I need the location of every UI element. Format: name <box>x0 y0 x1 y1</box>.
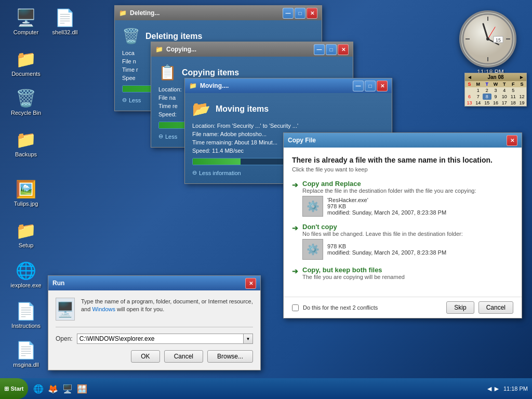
copyfile-subtitle: Click the file you want to keep <box>292 166 513 172</box>
moving-minimize-btn[interactable]: — <box>353 81 364 91</box>
taskbar-quick-launch: 🌐 🦊 🖥️ 🪟 <box>28 382 92 395</box>
calendar-next[interactable]: ► <box>519 74 524 80</box>
backups-label: Backups <box>15 151 37 157</box>
moving-window-controls[interactable]: — □ ✕ <box>353 81 388 91</box>
documents-label: Documents <box>11 71 41 77</box>
tulips-icon: 🖼️ <box>16 179 36 200</box>
run-dialog: Run ✕ 🖥️ Type the name of a program, fol… <box>48 275 261 370</box>
desktop-icon-shell32[interactable]: 📄 shell32.dll <box>44 5 86 37</box>
copyfile-cancel-btn[interactable]: Cancel <box>478 301 513 314</box>
copyfile-titlebar[interactable]: Copy File ✕ <box>284 133 522 148</box>
start-button[interactable]: ⊞ Start <box>0 378 28 399</box>
taskbar-ie-icon[interactable]: 🌐 <box>32 382 45 395</box>
copying-window-controls[interactable]: — □ ✕ <box>314 44 349 55</box>
taskbar-firefox-icon[interactable]: 🦊 <box>47 382 59 395</box>
deleting-window-controls[interactable]: — □ ✕ <box>283 8 317 19</box>
copyfile-heading: There is already a file with the same na… <box>292 156 513 164</box>
run-titlebar[interactable]: Run ✕ <box>48 276 260 290</box>
copying-maximize-btn[interactable]: □ <box>326 44 337 55</box>
desktop-icon-setup[interactable]: 📁 Setup <box>5 218 47 250</box>
taskbar-explorer-icon[interactable]: 🖥️ <box>61 382 74 395</box>
run-open-row: Open: ▼ <box>56 334 253 344</box>
taskbar-right: ◄► 11:18 PM <box>486 384 532 393</box>
moving-folder-anim-icon: 📂 <box>192 100 210 117</box>
calendar-prev[interactable]: ◄ <box>467 74 472 80</box>
run-input[interactable] <box>77 334 243 343</box>
recycle-bin-icon: 🗑️ <box>16 88 36 109</box>
option-replace-file-details: 'ResHacker.exe' 978 KB modified: Sunday,… <box>327 197 446 216</box>
moving-location: Location: From 'Security ...' to 'Securi… <box>192 123 384 129</box>
option-replace-title: Copy and Replace <box>302 180 476 188</box>
copyfile-skip-btn[interactable]: Skip <box>446 301 474 314</box>
copyfile-window-controls[interactable]: ✕ <box>507 135 517 146</box>
run-close-btn[interactable]: ✕ <box>245 278 256 289</box>
option-replace-desc: Replace the file in the destination fold… <box>302 188 476 194</box>
run-buttons: OK Cancel Browse... <box>56 350 253 363</box>
setup-label: Setup <box>19 242 34 248</box>
option-keepboth-title: Copy, but keep both files <box>302 266 405 274</box>
option-dontcopy-arrow: ➔ <box>292 224 298 232</box>
run-input-container[interactable]: ▼ <box>77 334 253 344</box>
copying-close-btn[interactable]: ✕ <box>338 44 349 55</box>
copyfile-conflicts-checkbox[interactable] <box>292 304 299 311</box>
run-browse-btn[interactable]: Browse... <box>207 350 253 363</box>
option-replace-arrow: ➔ <box>292 181 298 189</box>
copying-folder-icon: 📁 <box>155 46 163 53</box>
copying-minimize-btn[interactable]: — <box>314 44 325 55</box>
calendar-widget[interactable]: ◄ Jan 08 ► SMTWTFS 12345 6789101112 1314… <box>464 73 527 107</box>
iexplore-icon: 🌐 <box>16 260 36 281</box>
desktop-icon-backups[interactable]: 📁 Backups <box>5 127 47 159</box>
copyfile-option-replace[interactable]: ➔ Copy and Replace Replace the file in t… <box>292 180 513 217</box>
moving-title: Moving.... <box>200 82 229 89</box>
instructions-icon: 📄 <box>16 301 36 322</box>
computer-icon: 🖥️ <box>16 7 36 28</box>
msgina-icon: 📄 <box>16 340 36 361</box>
option-replace-file-info: ⚙️ 'ResHacker.exe' 978 KB modified: Sund… <box>302 196 476 217</box>
copyfile-body: There is already a file with the same na… <box>284 148 522 297</box>
deleting-close-btn[interactable]: ✕ <box>307 8 317 19</box>
moving-titlebar[interactable]: 📁 Moving.... — □ ✕ <box>185 78 392 93</box>
calendar-header: ◄ Jan 08 ► <box>465 73 526 81</box>
calendar-days-header: SMTWTFS <box>465 81 526 87</box>
taskbar-nav-icon: ◄► <box>486 384 500 393</box>
desktop-icon-iexplore[interactable]: 🌐 iexplore.exe <box>5 258 47 290</box>
run-icon: 🖥️ <box>56 298 75 321</box>
run-dropdown-btn[interactable]: ▼ <box>243 334 252 343</box>
desktop-icon-recycle-bin[interactable]: 🗑️ Recycle Bin <box>5 86 47 118</box>
moving-folder-icon: 📁 <box>189 82 197 89</box>
deleting-folder-icon: 📁 <box>119 9 127 17</box>
copyfile-option-dontcopy[interactable]: ➔ Don't copy No files will be changed. L… <box>292 223 513 260</box>
desktop-icon-computer[interactable]: 🖥️ Computer <box>5 5 47 37</box>
desktop-icon-tulips[interactable]: 🖼️ Tulips.jpg <box>5 177 47 209</box>
run-body: 🖥️ Type the name of a program, folder, d… <box>48 290 260 370</box>
copyfile-title-label: Copy File <box>288 137 316 144</box>
copying-titlebar[interactable]: 📁 Copying... — □ ✕ <box>151 42 353 57</box>
copyfile-close-btn[interactable]: ✕ <box>507 135 517 146</box>
copying-folder-anim-icon: 📋 <box>158 64 177 81</box>
run-window-controls[interactable]: ✕ <box>245 278 256 289</box>
option-dontcopy-file-info: ⚙️ 978 KB modified: Sunday, March 24, 20… <box>302 239 463 260</box>
option-keepboth-content: Copy, but keep both files The file you a… <box>302 266 405 282</box>
deleting-maximize-btn[interactable]: □ <box>295 8 305 19</box>
taskbar-media-icon[interactable]: 🪟 <box>76 382 88 395</box>
copyfile-option-keepboth[interactable]: ➔ Copy, but keep both files The file you… <box>292 266 513 282</box>
copyfile-conflicts-label: Do this for the next 2 conflicts <box>303 304 442 311</box>
backups-icon: 📁 <box>16 129 36 150</box>
computer-label: Computer <box>14 29 38 35</box>
run-header: 🖥️ Type the name of a program, folder, d… <box>56 298 253 321</box>
moving-close-btn[interactable]: ✕ <box>377 81 388 91</box>
moving-maximize-btn[interactable]: □ <box>365 81 376 91</box>
deleting-titlebar[interactable]: 📁 Deleting... — □ ✕ <box>115 6 322 20</box>
moving-progress-bar <box>193 158 241 165</box>
run-cancel-btn[interactable]: Cancel <box>164 350 203 363</box>
run-ok-btn[interactable]: OK <box>131 350 159 363</box>
msgina-label: msgina.dll <box>13 362 39 368</box>
desktop: 🖥️ Computer 📄 shell32.dll 📁 Documents 🗑️… <box>0 0 532 399</box>
desktop-icon-msgina[interactable]: 📄 msgina.dll <box>5 338 47 370</box>
desktop-icon-instructions[interactable]: 📄 Instructions <box>5 299 47 331</box>
deleting-minimize-btn[interactable]: — <box>283 8 294 19</box>
copying-title: Copying... <box>166 46 196 53</box>
desktop-icon-documents[interactable]: 📁 Documents <box>5 47 47 79</box>
shell32-icon: 📄 <box>55 7 75 28</box>
moving-heading: 📂 Moving items <box>192 100 384 117</box>
